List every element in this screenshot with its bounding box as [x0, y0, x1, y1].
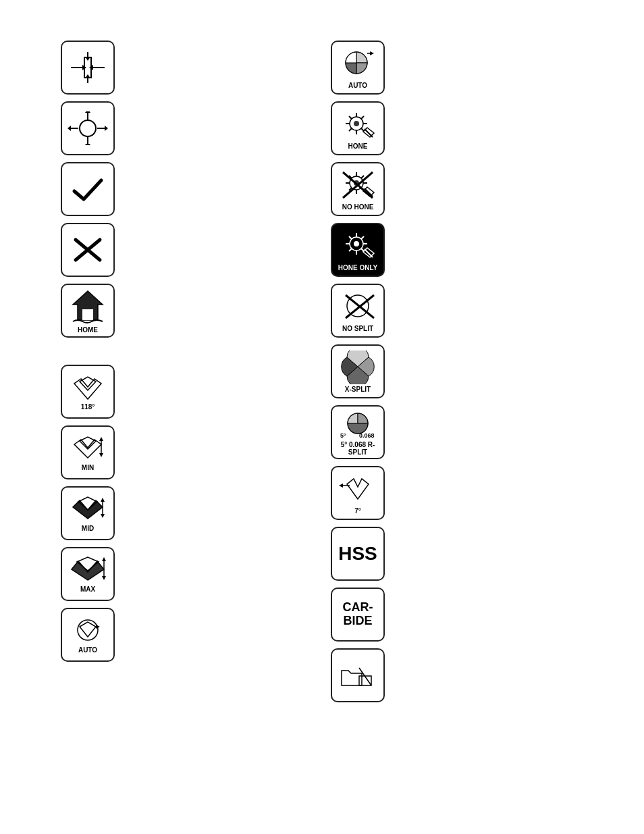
- output-button[interactable]: [61, 101, 115, 155]
- 7deg-button[interactable]: 7°: [331, 466, 385, 520]
- svg-point-11: [80, 120, 96, 136]
- svg-marker-13: [68, 126, 71, 131]
- svg-marker-34: [101, 498, 105, 502]
- svg-marker-92: [347, 479, 369, 499]
- cancel-button[interactable]: [61, 223, 115, 277]
- 118deg-label: 118°: [81, 403, 95, 411]
- svg-marker-39: [102, 557, 106, 561]
- svg-text:0.068: 0.068: [359, 432, 375, 439]
- svg-marker-19: [85, 144, 90, 145]
- svg-line-56: [349, 128, 352, 131]
- hss-button[interactable]: HSS: [331, 527, 385, 581]
- svg-marker-29: [99, 437, 103, 441]
- auto-left-button[interactable]: AUTO: [61, 608, 115, 662]
- svg-marker-46: [370, 51, 374, 55]
- file-save-button[interactable]: [331, 648, 385, 702]
- hone-only-label: HONE ONLY: [338, 264, 378, 271]
- auto-label: AUTO: [348, 82, 367, 89]
- left-column-1: HOME: [61, 41, 115, 342]
- 118deg-button[interactable]: 118°: [61, 365, 115, 419]
- 7deg-label: 7°: [354, 507, 361, 515]
- x-split-label: X-SPLIT: [345, 386, 371, 393]
- svg-marker-35: [101, 514, 105, 518]
- svg-line-79: [349, 236, 352, 239]
- check-button[interactable]: [61, 162, 115, 216]
- min-button[interactable]: MIN: [61, 425, 115, 479]
- svg-line-53: [349, 116, 352, 119]
- hone-only-button[interactable]: HONE ONLY: [331, 223, 385, 277]
- right-column: AUTO HONE: [331, 41, 385, 706]
- svg-marker-8: [85, 57, 90, 61]
- no-hone-label: NO HONE: [342, 203, 374, 211]
- auto-left-label: AUTO: [78, 646, 97, 654]
- max-label: MAX: [80, 585, 95, 593]
- svg-rect-23: [82, 309, 93, 320]
- mid-button[interactable]: MID: [61, 486, 115, 540]
- no-hone-button[interactable]: NO HONE: [331, 162, 385, 216]
- svg-marker-15: [105, 126, 108, 131]
- mid-label: MID: [82, 525, 94, 532]
- svg-point-48: [354, 121, 359, 126]
- hone-button[interactable]: HONE: [331, 101, 385, 155]
- svg-line-67: [361, 176, 364, 178]
- carbide-text: CAR-BIDE: [343, 601, 373, 628]
- x-split-button[interactable]: X-SPLIT: [331, 344, 385, 398]
- auto-button[interactable]: AUTO: [331, 41, 385, 95]
- svg-marker-42: [80, 622, 96, 637]
- no-split-label: NO SPLIT: [342, 325, 373, 332]
- svg-marker-94: [339, 484, 343, 488]
- r-split-label: 5° 0.068 R-SPLIT: [332, 441, 383, 456]
- left-column-2: 118° MIN MID MAX: [61, 365, 115, 666]
- min-label: MIN: [82, 464, 94, 471]
- home-label: HOME: [78, 326, 98, 334]
- svg-line-54: [361, 128, 364, 131]
- svg-marker-17: [85, 111, 90, 113]
- svg-line-80: [361, 249, 364, 251]
- no-split-button[interactable]: NO SPLIT: [331, 284, 385, 338]
- svg-line-55: [361, 116, 364, 119]
- svg-point-74: [354, 241, 359, 246]
- hone-label: HONE: [348, 142, 368, 150]
- r-split-button[interactable]: 5° 0.068 5° 0.068 R-SPLIT: [331, 405, 385, 459]
- svg-line-81: [361, 236, 364, 239]
- svg-line-82: [349, 249, 352, 251]
- home-button[interactable]: HOME: [61, 284, 115, 338]
- svg-marker-40: [102, 576, 106, 580]
- max-button[interactable]: MAX: [61, 547, 115, 601]
- carbide-button[interactable]: CAR-BIDE: [331, 588, 385, 642]
- svg-marker-24: [74, 379, 101, 399]
- svg-marker-10: [85, 74, 90, 78]
- svg-line-96: [359, 668, 371, 685]
- svg-marker-25: [80, 377, 96, 390]
- svg-text:5°: 5°: [340, 432, 346, 439]
- hss-text: HSS: [338, 544, 377, 563]
- svg-marker-30: [99, 453, 103, 457]
- input-button[interactable]: [61, 41, 115, 95]
